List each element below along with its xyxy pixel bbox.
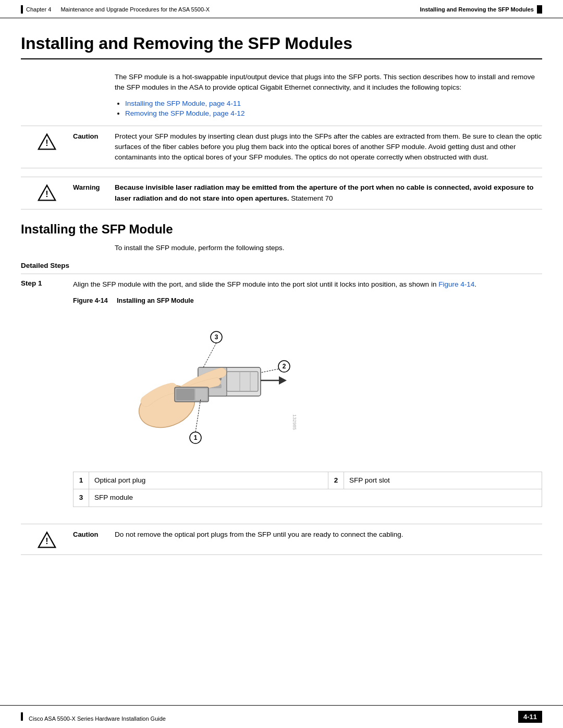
figure-item-label-3: SFP module: [89, 489, 542, 507]
figure-item-label-1: Optical port plug: [89, 472, 328, 489]
svg-text:!: !: [45, 189, 48, 199]
toc-item-2[interactable]: Removing the SFP Module, page 4-12: [125, 109, 542, 117]
footer-bar: [21, 712, 23, 721]
toc-link-2[interactable]: Removing the SFP Module, page 4-12: [125, 109, 244, 117]
step-1-block: Step 1 Align the SFP module with the por…: [21, 274, 542, 515]
footer-left: Cisco ASA 5500-X Series Hardware Install…: [21, 712, 166, 722]
footer-page-num: 4-11: [518, 711, 542, 723]
svg-text:1: 1: [194, 434, 198, 441]
header-chapter-label: Chapter 4: [26, 6, 51, 13]
svg-text:132985: 132985: [292, 414, 297, 430]
page-container: Chapter 4 Maintenance and Upgrade Proced…: [0, 0, 563, 728]
footer-guide-title: Cisco ASA 5500-X Series Hardware Install…: [29, 715, 166, 722]
figure-table-row-1: 1 Optical port plug 2 SFP port slot: [74, 472, 542, 489]
sfp-diagram-svg: 1 2 3: [83, 310, 323, 456]
caution-icon-col-2: !: [21, 529, 73, 549]
figure-item-num-1: 1: [74, 472, 89, 489]
warning-block-1: ! Warning Because invisible laser radiat…: [21, 177, 542, 209]
warning-text-1: Because invisible laser radiation may be…: [115, 182, 542, 204]
header-right-title: Installing and Removing the SFP Modules: [420, 6, 534, 13]
toc-item-1[interactable]: Installing the SFP Module, page 4-11: [125, 100, 542, 107]
figure-caption-text: Installing an SFP Module: [117, 297, 194, 304]
step-1-content: Align the SFP module with the port, and …: [73, 279, 542, 515]
figure-item-num-2: 2: [328, 472, 344, 489]
header-right: Installing and Removing the SFP Modules: [420, 5, 542, 14]
svg-rect-14: [176, 389, 194, 400]
caution-text-2: Do not remove the optical port plugs fro…: [115, 529, 542, 540]
figure-caption: Figure 4-14 Installing an SFP Module: [73, 296, 542, 306]
page-title: Installing and Removing the SFP Modules: [21, 34, 542, 59]
section-heading: Installing the SFP Module: [21, 222, 542, 237]
caution-triangle-icon-1: !: [38, 132, 56, 151]
intro-paragraph: The SFP module is a hot-swappable input/…: [115, 72, 542, 93]
caution-triangle-icon-2: !: [38, 530, 56, 549]
header-bar-right: [537, 5, 542, 14]
warning-triangle-icon-1: !: [38, 183, 56, 202]
figure-table-row-2: 3 SFP module: [74, 489, 542, 507]
svg-text:2: 2: [283, 363, 286, 370]
caution-label-2: Caution: [73, 529, 115, 538]
step-1-text-after: .: [474, 280, 476, 288]
svg-text:3: 3: [215, 334, 218, 341]
toc-link-1[interactable]: Installing the SFP Module, page 4-11: [125, 100, 241, 107]
figure-image: 1 2 3: [83, 310, 323, 466]
caution-label-1: Caution: [73, 131, 115, 140]
svg-rect-15: [195, 389, 207, 400]
step-1-label: Step 1: [21, 279, 73, 287]
figure-number: 4-14: [95, 297, 108, 304]
caution-icon-col-1: !: [21, 131, 73, 151]
header-chapter-title: Maintenance and Upgrade Procedures for t…: [60, 6, 210, 13]
section-intro: To install the SFP module, perform the f…: [115, 243, 542, 253]
detailed-steps-heading: Detailed Steps: [21, 262, 542, 269]
svg-text:!: !: [45, 536, 48, 546]
caution-block-2: ! Caution Do not remove the optical port…: [21, 524, 542, 555]
figure-table: 1 Optical port plug 2 SFP port slot 3 SF…: [73, 472, 542, 507]
step-1-text: Align the SFP module with the port, and …: [73, 280, 436, 288]
header-bar-left: [21, 5, 23, 14]
caution-block-1: ! Caution Protect your SFP modules by in…: [21, 126, 542, 169]
svg-rect-9: [227, 372, 258, 391]
figure-item-label-2: SFP port slot: [344, 472, 542, 489]
svg-text:!: !: [45, 138, 48, 147]
main-content: Installing and Removing the SFP Modules …: [0, 18, 563, 605]
warning-icon-col-1: !: [21, 182, 73, 202]
warning-label-1: Warning: [73, 182, 115, 191]
figure-block: Figure 4-14 Installing an SFP Module: [73, 296, 542, 507]
toc-list: Installing the SFP Module, page 4-11 Rem…: [125, 100, 542, 117]
page-header: Chapter 4 Maintenance and Upgrade Proced…: [0, 0, 563, 18]
warning-statement-1: Statement 70: [291, 194, 333, 202]
caution-text-1: Protect your SFP modules by inserting cl…: [115, 131, 542, 163]
header-left: Chapter 4 Maintenance and Upgrade Proced…: [21, 5, 210, 14]
figure-link[interactable]: Figure 4-14: [438, 280, 474, 288]
figure-item-num-3: 3: [74, 489, 89, 507]
page-footer: Cisco ASA 5500-X Series Hardware Install…: [0, 705, 563, 728]
